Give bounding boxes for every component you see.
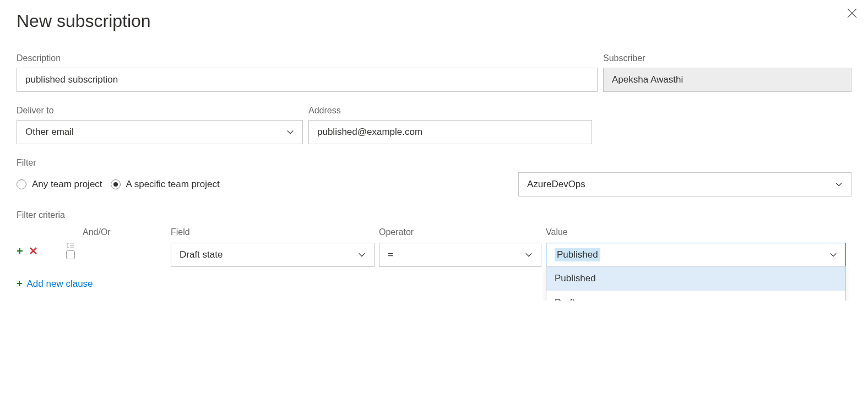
value-option-published[interactable]: Published [546,266,845,291]
radio-specific-project-label: A specific team project [126,179,220,190]
operator-select[interactable]: = [379,243,541,267]
filter-label: Filter [17,158,851,168]
field-header: Field [171,227,375,239]
project-value: AzureDevOps [527,179,585,190]
field-value: Draft state [180,249,223,260]
x-icon: ✕ [29,244,38,258]
close-icon [847,8,857,18]
add-clause-label: Add new clause [27,279,93,290]
deliver-to-value: Other email [25,127,74,138]
description-input[interactable] [17,68,598,92]
chevron-down-icon [829,251,837,259]
radio-icon [17,179,26,189]
operator-value: = [388,249,393,260]
subscriber-label: Subscriber [603,53,851,63]
filter-criteria-label: Filter criteria [17,210,851,220]
value-option-draft[interactable]: Draft [546,291,845,301]
deliver-to-select[interactable]: Other email [17,120,303,144]
value-select[interactable]: Published [546,243,846,267]
row-checkbox[interactable] [66,250,75,259]
field-select[interactable]: Draft state [171,243,375,267]
andor-header: And/Or [83,227,111,239]
subscriber-field: Apeksha Awasthi [603,68,851,92]
value-dropdown: Published Draft [546,266,846,301]
dialog-title: New subscription [17,11,851,31]
plus-icon: + [17,245,23,258]
chevron-down-icon [358,251,366,259]
close-button[interactable] [847,8,857,18]
radio-any-project-label: Any team project [32,179,102,190]
address-input[interactable] [308,120,592,144]
chevron-down-icon [835,181,843,188]
subscriber-value: Apeksha Awasthi [612,74,683,85]
radio-icon [111,179,121,189]
description-label: Description [17,53,598,63]
plus-icon: + [17,278,23,290]
address-label: Address [308,106,592,116]
add-row-button[interactable]: + [17,245,23,258]
remove-row-button[interactable]: ✕ [29,244,38,258]
value-header: Value [546,227,846,239]
value-value: Published [555,248,600,261]
chevron-down-icon [286,128,294,136]
chevron-down-icon [525,251,533,259]
radio-specific-project[interactable]: A specific team project [111,179,220,190]
project-select[interactable]: AzureDevOps [518,172,851,197]
indent-icon [66,243,75,248]
radio-any-project[interactable]: Any team project [17,179,102,190]
operator-header: Operator [379,227,541,239]
deliver-to-label: Deliver to [17,106,303,116]
